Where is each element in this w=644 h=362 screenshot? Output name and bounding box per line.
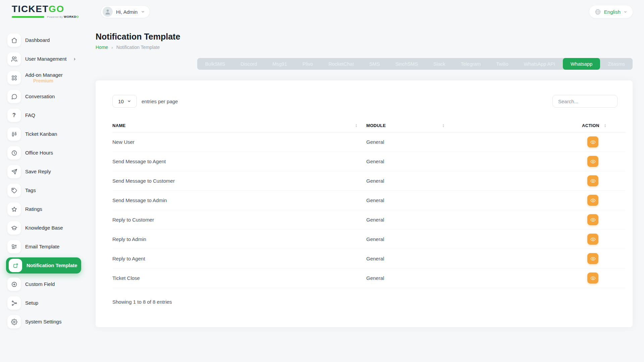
channel-tabs: BulkSMS Discord Msg91 Plivo RocketChat S… <box>197 58 633 70</box>
eye-icon <box>590 217 596 223</box>
table-row: New User General <box>112 132 626 152</box>
gear-icon <box>7 315 21 328</box>
eye-icon <box>590 276 596 281</box>
chevron-down-icon <box>624 10 627 14</box>
column-header-name[interactable]: NAME ▲▼ <box>112 123 366 128</box>
chat-bubble-icon <box>7 90 21 103</box>
template-name: Ticket Close <box>112 275 366 281</box>
clock-icon <box>7 146 21 160</box>
templates-card: 10 entries per page NAME ▲▼ MODULE ▲▼ AC… <box>96 80 633 327</box>
logo-underline <box>12 16 44 18</box>
user-menu[interactable]: Hi, Admin <box>101 5 150 18</box>
table-row: Reply to Admin General <box>112 230 626 249</box>
search-input[interactable] <box>552 95 618 108</box>
language-label: English <box>604 9 621 15</box>
breadcrumb: Home › Notification Template <box>96 45 180 50</box>
sidebar-item-knowledge-base[interactable]: Knowledge Base <box>6 219 81 237</box>
chevron-right-icon <box>73 57 76 61</box>
tab-zitasms[interactable]: Zitasms <box>600 58 633 70</box>
question-icon: ? <box>7 109 21 122</box>
sidebar-item-system-settings[interactable]: System Settings <box>6 312 81 331</box>
send-icon <box>7 165 21 178</box>
tag-icon <box>7 184 21 197</box>
notification-template-icon <box>9 259 22 272</box>
tab-msg91[interactable]: Msg91 <box>265 58 295 70</box>
tab-plivo[interactable]: Plivo <box>295 58 321 70</box>
branch-icon <box>7 296 21 310</box>
column-header-action[interactable]: ACTION ▲▼ <box>582 123 626 128</box>
template-icon <box>7 240 21 253</box>
sidebar-item-conversation[interactable]: Conversation <box>6 87 81 106</box>
tab-bulksms[interactable]: BulkSMS <box>197 58 233 70</box>
view-button[interactable] <box>587 234 598 245</box>
view-button[interactable] <box>587 195 598 206</box>
tab-twilio[interactable]: Twilio <box>488 58 516 70</box>
view-button[interactable] <box>587 156 598 167</box>
table-row: Send Message to Admin General <box>112 191 626 210</box>
template-name: New User <box>112 139 366 145</box>
tab-sms[interactable]: SMS <box>362 58 387 70</box>
tab-discord[interactable]: Discord <box>233 58 265 70</box>
breadcrumb-home-link[interactable]: Home <box>96 45 108 50</box>
template-name: Send Message to Customer <box>112 178 366 184</box>
sidebar-item-save-reply[interactable]: Save Reply <box>6 162 81 181</box>
tab-slack[interactable]: Slack <box>426 58 453 70</box>
eye-icon <box>590 237 596 242</box>
app-logo[interactable]: TICKETGO Powered By WORKDO <box>12 4 79 18</box>
view-button[interactable] <box>587 136 598 147</box>
star-icon <box>7 202 21 216</box>
view-button[interactable] <box>587 175 598 186</box>
table-header-row: NAME ▲▼ MODULE ▲▼ ACTION ▲▼ <box>112 119 626 132</box>
view-button[interactable] <box>587 273 598 284</box>
tab-rocketchat[interactable]: RocketChat <box>321 58 362 70</box>
language-selector[interactable]: English <box>589 5 633 18</box>
sidebar-item-setup[interactable]: Setup <box>6 294 81 312</box>
chevron-down-icon <box>141 10 145 14</box>
sidebar-item-dashboard[interactable]: Dashboard <box>6 31 81 50</box>
page-title: Notification Template <box>96 32 180 42</box>
sidebar-item-addon-manager[interactable]: Add-on Manager Premium <box>6 68 81 87</box>
sort-icon[interactable]: ▲▼ <box>442 124 444 128</box>
graduation-cap-icon <box>7 221 21 235</box>
sidebar-item-custom-field[interactable]: Custom Field <box>6 275 81 294</box>
sidebar: Dashboard User Management Add-on Manager… <box>6 31 81 331</box>
powered-by-label: Powered By WORKDO <box>47 15 79 18</box>
table-summary: Showing 1 to 8 of 8 entries <box>112 299 618 305</box>
sidebar-item-user-management[interactable]: User Management <box>6 50 81 68</box>
view-button[interactable] <box>587 253 598 264</box>
user-greeting: Hi, Admin <box>116 9 138 15</box>
tab-sinchsms[interactable]: SinchSMS <box>387 58 426 70</box>
sidebar-item-notification-template[interactable]: Notification Template <box>6 257 81 274</box>
template-module: General <box>366 275 582 281</box>
breadcrumb-separator-icon: › <box>111 45 113 50</box>
template-name: Reply to Customer <box>112 217 366 223</box>
tab-telegram[interactable]: Telegram <box>453 58 489 70</box>
eye-icon <box>590 198 596 203</box>
templates-table: NAME ▲▼ MODULE ▲▼ ACTION ▲▼ New User Gen… <box>112 119 626 288</box>
eye-icon <box>590 256 596 261</box>
plus-circle-icon <box>7 278 21 291</box>
avatar <box>103 7 113 17</box>
premium-badge: Premium <box>33 78 63 84</box>
template-module: General <box>366 236 582 242</box>
breadcrumb-current: Notification Template <box>116 45 160 50</box>
sidebar-item-ticket-kanban[interactable]: Ticket Kanban <box>6 125 81 143</box>
grid-icon <box>7 71 21 84</box>
sort-icon[interactable]: ▲▼ <box>604 124 606 128</box>
template-name: Send Message to Admin <box>112 197 366 203</box>
tab-whatsapp-api[interactable]: WhatsApp API <box>516 58 563 70</box>
entries-per-page-select[interactable]: 10 <box>112 95 137 108</box>
sidebar-item-ratings[interactable]: Ratings <box>6 200 81 219</box>
sidebar-item-faq[interactable]: ? FAQ <box>6 106 81 125</box>
view-button[interactable] <box>587 214 598 225</box>
sort-icon[interactable]: ▲▼ <box>355 124 358 128</box>
column-header-module[interactable]: MODULE ▲▼ <box>366 123 582 128</box>
template-name: Send Message to Agent <box>112 159 366 164</box>
sidebar-item-email-template[interactable]: Email Template <box>6 237 81 256</box>
table-row: Ticket Close General <box>112 268 626 288</box>
table-row: Reply to Customer General <box>112 210 626 230</box>
template-name: Reply to Admin <box>112 236 366 242</box>
sidebar-item-office-hours[interactable]: Office Hours <box>6 143 81 162</box>
sidebar-item-tags[interactable]: Tags <box>6 181 81 200</box>
tab-whatsapp[interactable]: Whatsapp <box>563 58 600 70</box>
